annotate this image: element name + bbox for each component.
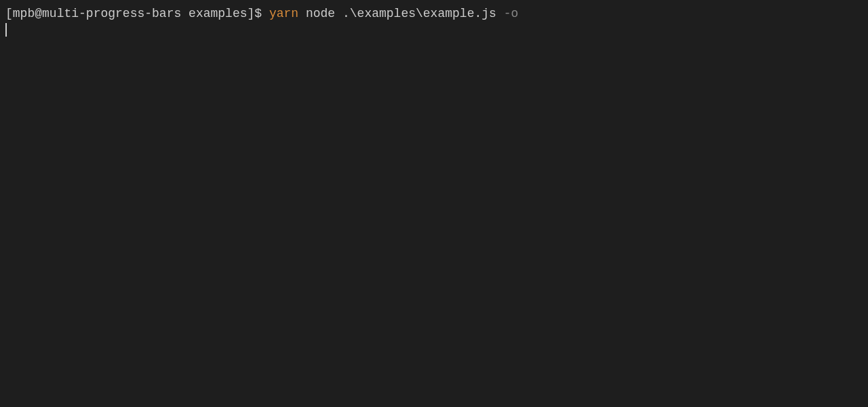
prompt-close-bracket: ] [248, 7, 255, 20]
prompt-space [181, 7, 189, 20]
command-filepath: .\examples\example.js [342, 7, 496, 20]
command-yarn: yarn [269, 7, 298, 20]
terminal-cursor-line[interactable] [5, 22, 863, 38]
prompt-at: @ [35, 7, 42, 20]
prompt-path: examples [189, 7, 247, 20]
terminal-prompt-line[interactable]: [mpb@multi-progress-bars examples]$ yarn… [5, 5, 863, 22]
prompt-symbol: $ [254, 7, 262, 20]
prompt-user: mpb [13, 7, 35, 20]
command-flag: -o [504, 7, 519, 20]
command-space [335, 7, 342, 20]
prompt-trailing-space [262, 7, 269, 20]
terminal-cursor [5, 23, 7, 37]
command-space [298, 7, 306, 20]
command-space [496, 7, 504, 20]
prompt-open-bracket: [ [5, 7, 13, 20]
prompt-host: multi-progress-bars [42, 7, 181, 20]
command-node: node [306, 7, 335, 20]
